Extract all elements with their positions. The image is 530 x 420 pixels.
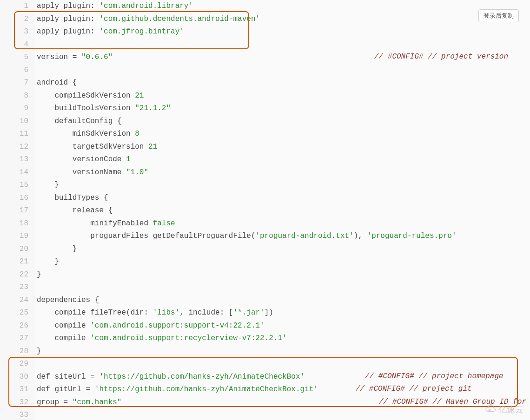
code-token: apply plugin: <box>37 2 99 10</box>
watermark: 亿速云 <box>484 404 523 415</box>
line-number: 18 <box>0 217 35 230</box>
code-line: 9 buildToolsVersion "21.1.2" <box>0 102 530 115</box>
line-source[interactable]: } <box>35 345 530 358</box>
line-source[interactable]: group = "com.hanks"// #CONFIG# // Maven … <box>35 396 530 409</box>
line-source[interactable]: } <box>35 269 530 282</box>
code-line: 11 minSdkVersion 8 <box>0 128 530 141</box>
code-line: 7android { <box>0 77 530 90</box>
line-number: 17 <box>0 204 35 217</box>
watermark-text: 亿速云 <box>498 404 523 415</box>
code-token: "com.hanks" <box>73 398 122 407</box>
code-token: } <box>37 270 41 279</box>
code-token: version = <box>37 53 81 61</box>
line-source[interactable] <box>35 281 530 294</box>
line-source[interactable]: version = "0.6.6"// #CONFIG# // project … <box>35 51 530 64</box>
line-number: 22 <box>0 269 35 282</box>
line-source[interactable]: targetSdkVersion 21 <box>35 141 530 154</box>
code-token: proguardFiles getDefaultProguardFile( <box>37 232 255 240</box>
code-token: android { <box>37 79 77 87</box>
code-token: compile fileTree(dir: <box>37 308 153 317</box>
code-token: apply plugin: <box>37 27 99 36</box>
line-number: 3 <box>0 26 35 39</box>
line-source[interactable]: def gitUrl = 'https://github.com/hanks-z… <box>35 383 530 396</box>
line-number: 1 <box>0 0 35 13</box>
code-line: 1apply plugin: 'com.android.library' <box>0 0 530 13</box>
line-source[interactable]: release { <box>35 204 530 217</box>
line-number: 11 <box>0 128 35 141</box>
code-line: 20 } <box>0 243 530 256</box>
line-source[interactable]: } <box>35 256 530 269</box>
config-comment: // #CONFIG# // project homepage <box>365 371 504 383</box>
code-token: minifyEnabled <box>37 219 153 228</box>
line-source[interactable]: minifyEnabled false <box>35 217 530 230</box>
code-line: 5version = "0.6.6"// #CONFIG# // project… <box>0 51 530 64</box>
line-number: 15 <box>0 179 35 192</box>
code-token: '*.jar' <box>233 308 264 317</box>
line-source[interactable]: versionCode 1 <box>35 153 530 166</box>
code-token: buildToolsVersion <box>37 104 135 112</box>
code-table: 1apply plugin: 'com.android.library'2app… <box>0 0 530 420</box>
line-source[interactable]: def siteUrl = 'https://github.com/hanks-… <box>35 371 530 384</box>
code-line: 28} <box>0 345 530 358</box>
code-token: ]) <box>265 308 273 317</box>
line-source[interactable]: } <box>35 243 530 256</box>
code-token: 'https://github.com/hanks-zyh/AnimateChe… <box>99 373 305 381</box>
line-source[interactable]: compileSdkVersion 21 <box>35 90 530 103</box>
code-line: 13 versionCode 1 <box>0 153 530 166</box>
code-token: 'com.android.support:recyclerview-v7:22.… <box>90 334 286 342</box>
code-line: 14 versionName "1.0" <box>0 166 530 179</box>
line-number: 5 <box>0 51 35 64</box>
code-token: versionName <box>37 168 126 177</box>
line-source[interactable]: versionName "1.0" <box>35 166 530 179</box>
code-token: compileSdkVersion <box>37 92 135 100</box>
code-line: 6 <box>0 64 530 77</box>
line-number: 32 <box>0 396 35 409</box>
code-token: 1 <box>126 155 131 164</box>
line-source[interactable]: defaultConfig { <box>35 115 530 128</box>
line-source[interactable]: dependencies { <box>35 294 530 307</box>
line-number: 13 <box>0 153 35 166</box>
code-token: 'com.github.dcendents.android-maven' <box>99 15 260 23</box>
code-line: 15 } <box>0 179 530 192</box>
code-token: minSdkVersion <box>37 130 135 138</box>
code-token: "0.6.6" <box>81 53 113 61</box>
line-source[interactable] <box>35 409 530 420</box>
line-source[interactable]: compile 'com.android.support:support-v4:… <box>35 320 530 333</box>
code-token: "1.0" <box>126 168 148 177</box>
code-line: 8 compileSdkVersion 21 <box>0 90 530 103</box>
code-token: } <box>37 245 77 253</box>
code-line: 24dependencies { <box>0 294 530 307</box>
line-source[interactable]: apply plugin: 'com.android.library' <box>35 0 530 13</box>
code-token: compile <box>37 322 90 330</box>
line-source[interactable]: } <box>35 179 530 192</box>
code-token: def gitUrl = <box>37 385 95 394</box>
line-source[interactable]: apply plugin: 'com.jfrog.bintray' <box>35 26 530 39</box>
code-token: defaultConfig { <box>37 117 121 125</box>
line-source[interactable] <box>35 64 530 77</box>
line-source[interactable]: apply plugin: 'com.github.dcendents.andr… <box>35 13 530 26</box>
code-line: 19 proguardFiles getDefaultProguardFile(… <box>0 230 530 243</box>
line-source[interactable] <box>35 358 530 371</box>
code-token: 'com.android.library' <box>99 2 193 10</box>
line-source[interactable]: buildTypes { <box>35 192 530 205</box>
line-source[interactable]: minSdkVersion 8 <box>35 128 530 141</box>
code-token: dependencies { <box>37 296 99 304</box>
code-line: 25 compile fileTree(dir: 'libs', include… <box>0 307 530 320</box>
line-source[interactable]: compile 'com.android.support:recyclervie… <box>35 332 530 345</box>
line-number: 7 <box>0 77 35 90</box>
line-source[interactable] <box>35 39 530 52</box>
line-source[interactable]: proguardFiles getDefaultProguardFile('pr… <box>35 230 530 243</box>
line-source[interactable]: compile fileTree(dir: 'libs', include: [… <box>35 307 530 320</box>
code-token: apply plugin: <box>37 15 99 23</box>
code-token: def siteUrl = <box>37 373 99 381</box>
line-source[interactable]: android { <box>35 77 530 90</box>
code-line: 21 } <box>0 256 530 269</box>
line-number: 10 <box>0 115 35 128</box>
code-line: 29 <box>0 358 530 371</box>
code-line: 27 compile 'com.android.support:recycler… <box>0 332 530 345</box>
code-token: release { <box>37 206 113 215</box>
code-line: 26 compile 'com.android.support:support-… <box>0 320 530 333</box>
config-comment: // #CONFIG# // project git <box>356 383 472 395</box>
line-source[interactable]: buildToolsVersion "21.1.2" <box>35 102 530 115</box>
code-token: 'com.jfrog.bintray' <box>99 27 184 36</box>
